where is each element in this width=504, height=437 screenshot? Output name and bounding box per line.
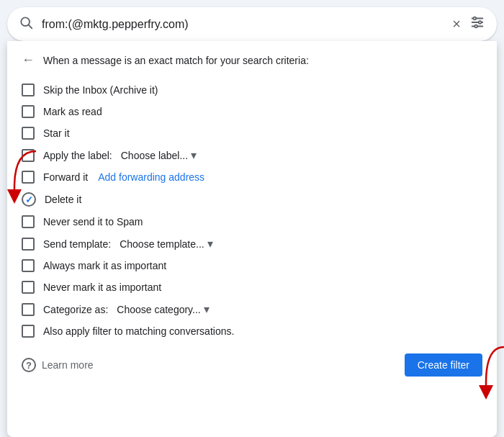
- checkbox-delete-it[interactable]: [22, 192, 36, 207]
- checkbox-never-important[interactable]: [22, 281, 35, 294]
- category-dropdown[interactable]: Choose category... ▾: [117, 302, 209, 316]
- dropdown-caret-category: ▾: [204, 302, 210, 316]
- create-filter-button[interactable]: Create filter: [405, 353, 482, 377]
- search-close-button[interactable]: ×: [452, 16, 461, 32]
- option-label-mark-as-read: Mark as read: [43, 106, 102, 117]
- checkbox-send-template[interactable]: [22, 238, 35, 251]
- dropdown-caret-template: ▾: [207, 237, 213, 251]
- checkbox-skip-inbox[interactable]: [22, 84, 35, 96]
- search-icon: [19, 15, 33, 33]
- checkbox-never-spam[interactable]: [22, 215, 35, 228]
- option-label-never-important: Never mark it as important: [43, 281, 161, 293]
- help-icon: ?: [22, 358, 36, 372]
- add-forwarding-address-link[interactable]: Add forwarding address: [98, 171, 204, 183]
- option-label-always-important: Always mark it as important: [43, 260, 166, 271]
- checkbox-apply-label[interactable]: [22, 149, 35, 162]
- svg-point-7: [474, 25, 477, 28]
- list-item: Categorize as: Choose category... ▾: [22, 298, 482, 320]
- option-label-also-apply: Also apply filter to matching conversati…: [43, 325, 234, 337]
- list-item: Mark as read: [22, 101, 482, 122]
- option-label-delete-it: Delete it: [45, 194, 81, 205]
- option-label-forward-it: Forward it: [43, 171, 88, 183]
- option-label-send-template: Send template:: [43, 238, 111, 250]
- search-query: from:(@mktg.pepperfry.com): [42, 18, 452, 31]
- list-item: Forward it Add forwarding address: [22, 166, 482, 188]
- criteria-text: When a message is an exact match for you…: [43, 55, 309, 66]
- label-dropdown[interactable]: Choose label... ▾: [121, 148, 197, 162]
- filter-dialog: ← When a message is an exact match for y…: [7, 41, 497, 437]
- list-item: Send template: Choose template... ▾: [22, 233, 482, 255]
- option-label-never-spam: Never send it to Spam: [43, 216, 143, 227]
- option-label-apply-label: Apply the label:: [43, 150, 112, 161]
- search-bar: from:(@mktg.pepperfry.com) ×: [7, 7, 497, 41]
- svg-line-1: [29, 25, 32, 29]
- learn-more-label: Learn more: [42, 359, 94, 371]
- dropdown-caret: ▾: [191, 148, 197, 162]
- footer-row: ? Learn more Create filter: [22, 351, 482, 377]
- svg-point-6: [479, 21, 482, 24]
- list-item: Apply the label: Choose label... ▾: [22, 144, 482, 166]
- checkbox-forward-it[interactable]: [22, 171, 35, 184]
- checkbox-categorize[interactable]: [22, 303, 35, 316]
- filter-icon[interactable]: [469, 14, 485, 34]
- list-item: Skip the Inbox (Archive it): [22, 79, 482, 101]
- svg-point-5: [474, 17, 477, 20]
- checkbox-always-important[interactable]: [22, 259, 35, 272]
- list-item: Never mark it as important: [22, 276, 482, 298]
- template-dropdown[interactable]: Choose template... ▾: [120, 237, 213, 251]
- checkbox-mark-as-read[interactable]: [22, 105, 35, 118]
- learn-more-wrap[interactable]: ? Learn more: [22, 358, 94, 372]
- checkbox-also-apply[interactable]: [22, 325, 35, 338]
- option-label-star-it: Star it: [43, 127, 70, 139]
- back-button[interactable]: ←: [22, 53, 35, 68]
- back-row: ← When a message is an exact match for y…: [22, 53, 482, 68]
- list-item: Delete it: [22, 188, 482, 211]
- option-label-categorize: Categorize as:: [43, 304, 108, 315]
- list-item: Never send it to Spam: [22, 211, 482, 233]
- options-list: Skip the Inbox (Archive it) Mark as read…: [22, 79, 482, 342]
- option-label-skip-inbox: Skip the Inbox (Archive it): [43, 84, 158, 96]
- list-item: Star it: [22, 122, 482, 144]
- list-item: Always mark it as important: [22, 255, 482, 276]
- list-item: Also apply filter to matching conversati…: [22, 320, 482, 342]
- checkbox-star-it[interactable]: [22, 127, 35, 140]
